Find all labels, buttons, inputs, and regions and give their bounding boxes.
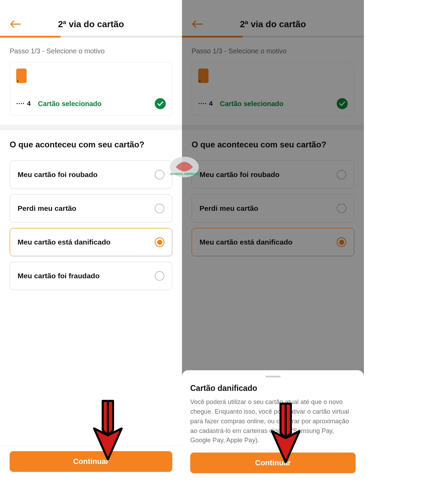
continue-button[interactable]: Continuar	[10, 451, 172, 472]
header: 2ª via do cartão	[182, 12, 364, 36]
right-phone: 5:15 PM 88 2ª via do cartão Passo 1/3 - …	[182, 0, 364, 487]
radio-icon	[337, 204, 346, 213]
card-last-digits: ···· 4	[198, 100, 213, 107]
check-icon	[337, 98, 348, 109]
battery-icon: 88	[345, 3, 356, 9]
bottom-bar: Continuar	[0, 445, 182, 487]
back-arrow-icon[interactable]	[10, 20, 21, 28]
question: O que aconteceu com seu cartão?	[0, 130, 182, 155]
card-selected-label: Cartão selecionado	[38, 100, 102, 108]
option-damaged[interactable]: Meu cartão está danificado	[10, 228, 172, 256]
option-stolen[interactable]: Meu cartão foi roubado	[192, 160, 354, 189]
radio-icon	[155, 170, 164, 179]
sheet-text: Você poderá utilizar o seu cartão atual …	[190, 397, 356, 445]
option-lost[interactable]: Perdi meu cartão	[10, 194, 172, 222]
sheet-title: Cartão danificado	[190, 384, 356, 393]
header: 2ª via do cartão	[0, 12, 182, 36]
selected-card: ···· 4 Cartão selecionado	[10, 62, 172, 116]
question: O que aconteceu com seu cartão?	[182, 130, 364, 155]
radio-selected-icon	[337, 237, 346, 247]
signal-icon	[317, 3, 324, 9]
wifi-icon	[335, 3, 343, 9]
svg-text:88: 88	[348, 4, 352, 8]
selected-card: ···· 4 Cartão selecionado	[192, 62, 354, 116]
progress-bar	[0, 36, 182, 38]
signal-icon-2	[326, 3, 333, 9]
radio-selected-icon	[155, 237, 164, 247]
card-selected-label: Cartão selecionado	[220, 100, 284, 108]
bottom-sheet: Cartão danificado Você poderá utilizar o…	[182, 370, 364, 487]
svg-rect-3	[355, 5, 356, 8]
check-icon	[155, 98, 166, 109]
watermark: SCHOOL ANDROID	[169, 155, 200, 179]
option-lost[interactable]: Perdi meu cartão	[192, 194, 354, 222]
option-fraud[interactable]: Meu cartão foi fraudado	[10, 262, 172, 290]
card-icon	[198, 69, 208, 83]
option-stolen[interactable]: Meu cartão foi roubado	[10, 160, 172, 189]
sheet-handle[interactable]	[265, 376, 281, 377]
separator	[182, 125, 364, 130]
radio-icon	[155, 204, 164, 213]
status-time: 5:15 PM	[190, 3, 213, 10]
step-label: Passo 1/3 - Selecione o motivo	[0, 38, 182, 62]
radio-icon	[337, 170, 346, 179]
separator	[0, 125, 182, 130]
status-bar: 5:15 PM 88	[182, 0, 364, 12]
progress-bar	[182, 36, 364, 38]
back-arrow-icon[interactable]	[192, 20, 203, 28]
card-icon	[16, 69, 27, 83]
radio-icon	[155, 271, 164, 281]
option-damaged[interactable]: Meu cartão está danificado	[192, 228, 354, 256]
step-label: Passo 1/3 - Selecione o motivo	[182, 38, 364, 62]
left-phone: 2ª via do cartão Passo 1/3 - Selecione o…	[0, 0, 182, 487]
card-last-digits: ···· 4	[16, 100, 31, 107]
page-title: 2ª via do cartão	[58, 19, 124, 30]
svg-text:SCHOOL ANDROID: SCHOOL ANDROID	[170, 172, 199, 176]
page-title: 2ª via do cartão	[240, 19, 306, 30]
sheet-continue-button[interactable]: Continuar	[190, 453, 356, 473]
